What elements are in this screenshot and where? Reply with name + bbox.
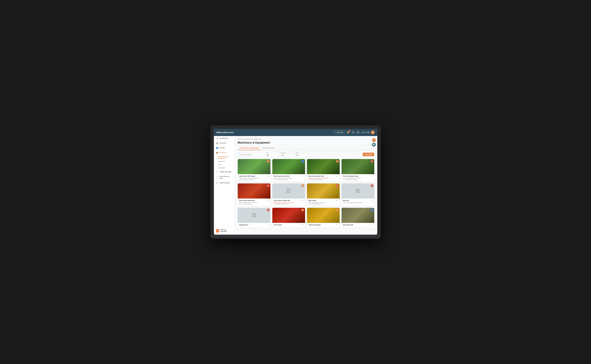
category-filter-group: Category All — [281, 152, 294, 157]
info-icon[interactable]: ℹ — [351, 131, 355, 134]
card-menu-button[interactable]: ••• — [302, 200, 303, 202]
sidebar-item-documents[interactable]: 📄 Documents & Files — [214, 174, 235, 181]
settings-icon[interactable]: ⚙ — [356, 131, 360, 134]
card-menu-button[interactable]: ••• — [267, 175, 269, 177]
card-status: Maintenance overdue: 30/10/2023 — [309, 178, 338, 179]
card-title: Row Crop Tractor 001 — [274, 175, 289, 177]
sidebar-item-dashboard[interactable]: ⊞ Dashboard — [214, 136, 235, 141]
equipment-card[interactable]: ▲ John Deere 8R Tractor ••• Maintenance … — [238, 159, 270, 182]
sidebar-label-safety: Safety Manager — [220, 171, 232, 173]
card-menu-button[interactable]: ••• — [371, 224, 373, 226]
status-badge: ■ — [267, 209, 269, 211]
main-content: Inventory / Machinery & Equipment Machin… — [235, 136, 377, 235]
card-menu-button[interactable]: ••• — [267, 200, 269, 202]
card-body: Red ATV ••• Next maintenance: Not specif… — [342, 199, 374, 205]
card-body: John Deere 8R Tractor ••• Maintenance ov… — [238, 174, 270, 182]
status-select[interactable]: All — [295, 154, 309, 157]
sidebar: ⊞ Dashboard 🏢 Business 👥 People 📦 Invent… — [214, 136, 235, 235]
equipment-card[interactable]: 🖼 ▲ John Deere Tractor 5R ••• Maintenanc… — [272, 183, 305, 206]
equipment-card[interactable]: ■ Big Loader ••• Next maintenance: 5,000… — [307, 183, 340, 206]
status-badge: ▲ — [302, 184, 304, 187]
sidebar-sub-chemicals[interactable]: Chemicals — [214, 166, 235, 169]
category-select[interactable]: All — [281, 154, 294, 157]
equipment-card[interactable]: 🖼 ■ Equipment 9 ••• — [238, 208, 270, 228]
header-actions: + Add Task 🔔 1 ℹ ⚙ John Smith JS — [333, 130, 375, 134]
card-meta: Km: 30,296 (21/11/2023) — [274, 203, 303, 205]
sidebar-label-administration: Administration — [220, 182, 230, 184]
equipment-card[interactable]: ■ Front Loading Tractor ••• Next mainten… — [342, 159, 374, 182]
user-menu[interactable]: John Smith JS — [361, 130, 375, 134]
sidebar-sub-tools[interactable]: Tools — [214, 163, 235, 166]
tab-maintenance[interactable]: All Maintenance — [261, 146, 277, 150]
tab-machinery[interactable]: Machinery & Equipment — [238, 146, 261, 150]
card-title: John Deere 8R Tractor — [239, 175, 255, 177]
equipment-card[interactable]: 🖼 ■ Red ATV ••• Next maintenance: Not sp… — [342, 183, 374, 206]
breadcrumb-current: Machinery & Equipment — [245, 138, 261, 140]
sidebar-label-business: Business — [220, 142, 227, 144]
status-badge: ■ — [371, 160, 373, 163]
card-title: Row Crop Tractor 001 — [239, 200, 255, 202]
category-label: Category — [281, 152, 294, 153]
type-select[interactable]: All — [266, 154, 279, 157]
notifications-icon[interactable]: 🔔 1 — [346, 131, 350, 134]
card-body: Big Loader ••• Next maintenance: 5,000 h… — [307, 199, 340, 206]
equipment-card[interactable]: ▲ Yellow Excavator ••• — [307, 208, 340, 228]
search-input[interactable] — [238, 153, 264, 156]
add-new-button[interactable]: + Add New — [363, 153, 374, 156]
card-meta: Km: 2,529 (10/10/2023) — [274, 179, 303, 180]
laptop-screen: Watervalley Farm + Add Task 🔔 1 ℹ ⚙ John… — [214, 129, 377, 235]
chat-button[interactable]: 💬 — [372, 143, 376, 147]
status-filter-group: Status All — [295, 152, 309, 157]
card-status: Next maintenance: 5,000 hrs — [309, 202, 338, 203]
image-placeholder-icon: 🖼 — [356, 188, 360, 194]
card-menu-button[interactable]: ••• — [267, 224, 269, 226]
equipment-grid: ▲ John Deere 8R Tractor ••• Maintenance … — [238, 159, 374, 228]
sidebar-item-inventory[interactable]: 📦 Inventory — [214, 150, 235, 155]
card-title: Yellow Excavator — [309, 224, 321, 226]
card-meta: Km: 529 (16/07/2023) — [239, 203, 269, 205]
status-badge: ■ — [371, 184, 373, 187]
breadcrumb-parent[interactable]: Inventory — [238, 138, 244, 140]
image-placeholder-icon: 🖼 — [286, 188, 291, 194]
card-image: 🖼 ▲ — [272, 183, 305, 199]
search-icon: 🔍 — [239, 154, 241, 155]
equipment-card[interactable]: ▲ Row Crop Tractor 002 ••• Maintenance o… — [307, 159, 340, 182]
sidebar-sub-machinery[interactable]: Machinery and Equipment — [214, 155, 235, 160]
safety-icon: 🛡 — [216, 171, 218, 173]
equipment-card[interactable]: ▲ Red Tractor ••• — [272, 208, 305, 228]
card-body: Yellow Excavator ••• — [307, 223, 340, 228]
help-button[interactable]: ? — [372, 138, 376, 142]
card-menu-button[interactable]: ••• — [371, 175, 373, 177]
card-image: ◇ — [272, 159, 305, 174]
card-menu-button[interactable]: ••• — [336, 175, 338, 177]
card-title: John Deere Tractor 5R — [274, 200, 290, 202]
equipment-card[interactable]: ◇ Excavator 002 ••• — [342, 208, 374, 228]
card-meta: Km: 10,926 (02/11/2023) — [309, 179, 338, 180]
app-header: Watervalley Farm + Add Task 🔔 1 ℹ ⚙ John… — [214, 129, 377, 136]
sidebar-item-safety[interactable]: 🛡 Safety Manager — [214, 169, 235, 174]
card-menu-button[interactable]: ••• — [302, 224, 303, 226]
equipment-card[interactable]: ◇ Row Crop Tractor 001 ••• Next maintena… — [272, 159, 305, 182]
administration-icon: ⚙ — [216, 182, 218, 184]
card-title: Front Loading Tractor — [343, 175, 359, 177]
add-new-label: + Add New — [365, 154, 372, 155]
card-header-row: John Deere Tractor 5R ••• — [274, 200, 303, 202]
equipment-card[interactable]: ■ Row Crop Tractor 001 ••• Next maintena… — [238, 183, 270, 206]
card-image: ■ — [307, 183, 340, 199]
card-menu-button[interactable]: ••• — [371, 200, 373, 202]
card-menu-button[interactable]: ••• — [336, 224, 338, 226]
card-body: Red Tractor ••• — [272, 223, 305, 228]
card-menu-button[interactable]: ••• — [302, 175, 303, 177]
status-badge: ■ — [267, 184, 269, 187]
sidebar-item-people[interactable]: 👥 People — [214, 145, 235, 150]
sidebar-label-dashboard: Dashboard — [220, 137, 228, 139]
card-title: Red Tractor — [274, 224, 282, 226]
card-body: John Deere Tractor 5R ••• Maintenance ov… — [272, 199, 305, 206]
card-status: Next maintenance: Not specified — [343, 202, 373, 203]
sidebar-sub-structures[interactable]: Structures — [214, 160, 235, 163]
card-menu-button[interactable]: ••• — [336, 200, 338, 202]
add-task-button[interactable]: + Add Task — [333, 131, 345, 134]
sidebar-item-business[interactable]: 🏢 Business — [214, 141, 235, 145]
sidebar-item-administration[interactable]: ⚙ Administration — [214, 181, 235, 185]
user-avatar: JS — [371, 130, 375, 134]
